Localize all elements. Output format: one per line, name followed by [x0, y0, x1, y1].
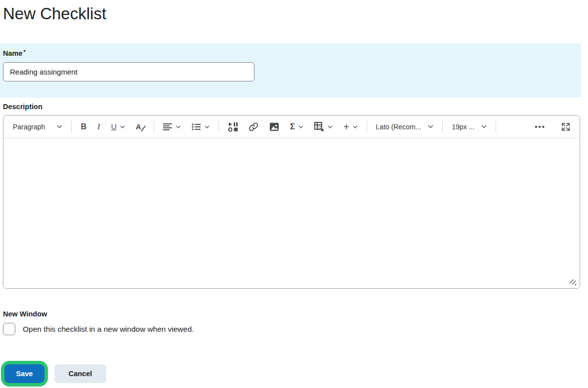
description-editor-body[interactable]	[3, 138, 580, 289]
chevron-down-icon	[328, 125, 333, 128]
insert-link-button[interactable]	[245, 120, 262, 134]
page-title: New Checklist	[3, 4, 588, 24]
chevron-down-icon	[57, 125, 62, 128]
chevron-down-icon	[298, 125, 303, 128]
fullscreen-button[interactable]	[558, 120, 574, 133]
underline-icon: U	[111, 122, 117, 131]
editor-toolbar: Paragraph B I U A	[3, 116, 580, 138]
insert-stuff-icon	[228, 122, 238, 132]
link-icon	[249, 122, 258, 132]
chevron-down-icon	[176, 125, 181, 128]
font-family-label: Lato (Recom...	[376, 123, 421, 131]
font-size-label: 19px ...	[452, 123, 474, 131]
chevron-down-icon	[428, 125, 433, 128]
align-icon	[163, 123, 172, 131]
toolbar-divider	[71, 120, 72, 133]
font-family-dropdown[interactable]: Lato (Recom...	[373, 121, 437, 133]
form-actions: Save Cancel	[1, 361, 588, 387]
toolbar-divider	[218, 120, 219, 133]
name-label: Name*	[3, 49, 581, 58]
alignment-dropdown[interactable]	[160, 121, 184, 133]
toolbar-divider	[154, 120, 154, 133]
resize-handle-icon[interactable]	[569, 279, 577, 286]
new-window-option: Open this checklist in a new window when…	[3, 323, 588, 335]
save-button-highlight: Save	[1, 361, 48, 387]
toolbar-right-group: •••	[529, 120, 574, 133]
paragraph-format-label: Paragraph	[13, 123, 45, 131]
equation-dropdown[interactable]: Σ	[287, 120, 307, 134]
insert-more-dropdown[interactable]: +	[340, 120, 361, 134]
name-input[interactable]	[3, 62, 254, 81]
toolbar-divider	[496, 120, 496, 133]
insert-table-dropdown[interactable]	[311, 120, 336, 134]
font-size-dropdown[interactable]: 19px ...	[448, 121, 490, 133]
italic-button[interactable]: I	[94, 120, 104, 134]
underline-dropdown[interactable]: U	[108, 120, 128, 133]
required-asterisk: *	[24, 49, 26, 55]
insert-stuff-button[interactable]	[224, 120, 241, 134]
equation-sigma-icon: Σ	[290, 122, 295, 132]
plus-icon: +	[343, 122, 349, 132]
toolbar-divider	[367, 120, 367, 133]
list-dropdown[interactable]	[188, 121, 213, 133]
ellipsis-icon: •••	[535, 122, 546, 131]
name-section: Name*	[0, 43, 581, 98]
new-window-checkbox[interactable]	[3, 323, 15, 335]
chevron-down-icon	[120, 125, 125, 128]
name-label-text: Name	[3, 49, 23, 57]
chevron-down-icon	[353, 125, 358, 128]
save-button[interactable]: Save	[4, 364, 44, 383]
insert-image-button[interactable]	[266, 120, 283, 133]
cancel-button[interactable]: Cancel	[54, 364, 106, 383]
image-icon	[269, 122, 279, 131]
new-window-checkbox-label: Open this checklist in a new window when…	[23, 325, 194, 334]
font-color-icon: A	[136, 122, 145, 131]
italic-icon: I	[97, 122, 100, 132]
new-window-label: New Window	[3, 310, 588, 318]
bold-button[interactable]: B	[77, 120, 90, 133]
description-editor: Paragraph B I U A	[3, 115, 580, 289]
unordered-list-icon	[192, 123, 201, 131]
fullscreen-icon	[561, 122, 570, 131]
chevron-down-icon	[481, 125, 487, 128]
bold-icon: B	[81, 122, 86, 131]
chevron-down-icon	[205, 125, 210, 128]
description-label: Description	[3, 103, 588, 111]
table-plus-icon	[314, 122, 324, 132]
font-color-button[interactable]: A	[132, 120, 148, 133]
paragraph-format-dropdown[interactable]: Paragraph	[9, 121, 66, 133]
more-actions-button[interactable]: •••	[531, 120, 549, 133]
toolbar-divider	[442, 120, 443, 133]
